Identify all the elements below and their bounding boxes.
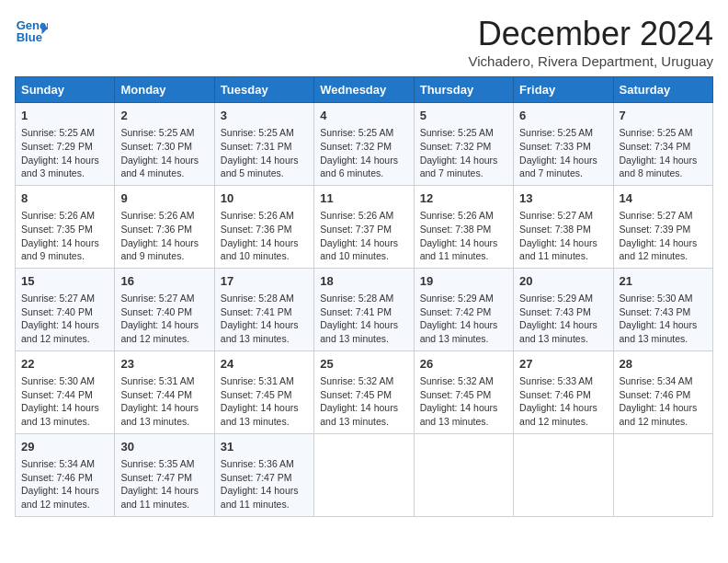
day-number: 31: [221, 439, 308, 455]
day-number: 16: [120, 273, 208, 290]
sunrise-text: Sunrise: 5:25 AM: [120, 127, 194, 138]
weekday-header-sunday: Sunday: [16, 77, 115, 103]
sunset-text: Sunset: 7:32 PM: [320, 141, 392, 152]
daylight-text: Daylight: 14 hours and 12 minutes.: [120, 319, 199, 344]
day-number: 6: [519, 108, 607, 124]
day-number: 1: [21, 108, 108, 124]
calendar-cell: 5Sunrise: 5:25 AMSunset: 7:32 PMDaylight…: [414, 103, 513, 186]
sunrise-text: Sunrise: 5:26 AM: [320, 210, 393, 221]
daylight-text: Daylight: 14 hours and 6 minutes.: [320, 155, 398, 179]
daylight-text: Daylight: 14 hours and 7 minutes.: [420, 155, 498, 179]
sunrise-text: Sunrise: 5:35 AM: [120, 458, 194, 469]
day-number: 14: [620, 190, 707, 207]
calendar-cell: 21Sunrise: 5:30 AMSunset: 7:43 PMDayligh…: [613, 268, 712, 350]
calendar-body: 1Sunrise: 5:25 AMSunset: 7:29 PMDaylight…: [16, 103, 713, 517]
calendar-cell: 10Sunrise: 5:26 AMSunset: 7:36 PMDayligh…: [214, 185, 313, 268]
calendar-cell: 3Sunrise: 5:25 AMSunset: 7:31 PMDaylight…: [214, 103, 313, 186]
day-number: 19: [420, 273, 507, 290]
sunrise-text: Sunrise: 5:31 AM: [120, 375, 194, 386]
calendar-cell: 11Sunrise: 5:26 AMSunset: 7:37 PMDayligh…: [314, 185, 414, 268]
calendar-cell: 20Sunrise: 5:29 AMSunset: 7:43 PMDayligh…: [514, 268, 613, 350]
sunset-text: Sunset: 7:41 PM: [320, 306, 392, 317]
daylight-text: Daylight: 14 hours and 13 minutes.: [320, 402, 398, 427]
sunset-text: Sunset: 7:41 PM: [221, 306, 292, 317]
calendar-cell: 4Sunrise: 5:25 AMSunset: 7:32 PMDaylight…: [314, 103, 414, 186]
daylight-text: Daylight: 14 hours and 4 minutes.: [120, 155, 199, 179]
day-number: 27: [519, 356, 607, 373]
day-number: 29: [21, 439, 108, 455]
sunset-text: Sunset: 7:46 PM: [519, 389, 591, 400]
day-number: 2: [120, 108, 208, 124]
sunrise-text: Sunrise: 5:26 AM: [420, 210, 494, 221]
day-number: 30: [120, 439, 208, 455]
calendar-cell: 29Sunrise: 5:34 AMSunset: 7:46 PMDayligh…: [16, 433, 115, 516]
title-block: December 2024 Vichadero, Rivera Departme…: [468, 15, 713, 69]
calendar-cell: 19Sunrise: 5:29 AMSunset: 7:42 PMDayligh…: [414, 268, 513, 350]
day-number: 5: [420, 108, 507, 124]
day-number: 26: [420, 356, 507, 373]
calendar-cell: [414, 433, 513, 516]
weekday-header-friday: Friday: [514, 77, 613, 103]
sunset-text: Sunset: 7:34 PM: [620, 141, 691, 152]
sunset-text: Sunset: 7:33 PM: [519, 141, 591, 152]
day-number: 13: [519, 190, 607, 207]
calendar-cell: 6Sunrise: 5:25 AMSunset: 7:33 PMDaylight…: [514, 103, 613, 186]
daylight-text: Daylight: 14 hours and 5 minutes.: [221, 155, 299, 179]
daylight-text: Daylight: 14 hours and 13 minutes.: [21, 402, 99, 427]
sunrise-text: Sunrise: 5:36 AM: [221, 458, 294, 469]
daylight-text: Daylight: 14 hours and 11 minutes.: [420, 237, 498, 262]
day-number: 17: [221, 273, 308, 290]
calendar-week-4: 22Sunrise: 5:30 AMSunset: 7:44 PMDayligh…: [16, 350, 713, 433]
day-number: 7: [620, 108, 707, 124]
calendar-cell: 9Sunrise: 5:26 AMSunset: 7:36 PMDaylight…: [115, 185, 214, 268]
sunrise-text: Sunrise: 5:30 AM: [620, 293, 693, 304]
sunset-text: Sunset: 7:38 PM: [420, 224, 492, 235]
weekday-header-wednesday: Wednesday: [314, 77, 414, 103]
calendar-cell: 15Sunrise: 5:27 AMSunset: 7:40 PMDayligh…: [16, 268, 115, 350]
calendar-cell: 1Sunrise: 5:25 AMSunset: 7:29 PMDaylight…: [16, 103, 115, 186]
sunrise-text: Sunrise: 5:27 AM: [620, 210, 693, 221]
daylight-text: Daylight: 14 hours and 13 minutes.: [420, 319, 498, 344]
daylight-text: Daylight: 14 hours and 12 minutes.: [21, 319, 99, 344]
daylight-text: Daylight: 14 hours and 9 minutes.: [21, 237, 99, 262]
sunrise-text: Sunrise: 5:25 AM: [620, 127, 693, 138]
daylight-text: Daylight: 14 hours and 9 minutes.: [120, 237, 199, 262]
sunrise-text: Sunrise: 5:25 AM: [21, 127, 95, 138]
calendar-cell: 2Sunrise: 5:25 AMSunset: 7:30 PMDaylight…: [115, 103, 214, 186]
day-number: 28: [620, 356, 707, 373]
sunset-text: Sunset: 7:40 PM: [120, 306, 192, 317]
sunrise-text: Sunrise: 5:34 AM: [21, 458, 95, 469]
sunset-text: Sunset: 7:43 PM: [620, 306, 691, 317]
calendar-cell: 26Sunrise: 5:32 AMSunset: 7:45 PMDayligh…: [414, 350, 513, 433]
calendar-cell: 18Sunrise: 5:28 AMSunset: 7:41 PMDayligh…: [314, 268, 414, 350]
day-number: 18: [320, 273, 407, 290]
day-number: 25: [320, 356, 407, 373]
day-number: 3: [221, 108, 308, 124]
daylight-text: Daylight: 14 hours and 11 minutes.: [519, 237, 597, 262]
daylight-text: Daylight: 14 hours and 10 minutes.: [221, 237, 299, 262]
sunset-text: Sunset: 7:44 PM: [21, 389, 93, 400]
calendar-title: December 2024: [468, 15, 713, 53]
sunset-text: Sunset: 7:45 PM: [420, 389, 492, 400]
daylight-text: Daylight: 14 hours and 13 minutes.: [420, 402, 498, 427]
sunrise-text: Sunrise: 5:33 AM: [519, 375, 593, 386]
sunset-text: Sunset: 7:30 PM: [120, 141, 192, 152]
sunrise-text: Sunrise: 5:28 AM: [221, 293, 294, 304]
daylight-text: Daylight: 14 hours and 13 minutes.: [519, 319, 597, 344]
sunrise-text: Sunrise: 5:27 AM: [21, 293, 95, 304]
calendar-subtitle: Vichadero, Rivera Department, Uruguay: [468, 53, 713, 69]
sunrise-text: Sunrise: 5:32 AM: [420, 375, 494, 386]
calendar-table: SundayMondayTuesdayWednesdayThursdayFrid…: [15, 76, 713, 517]
weekday-header-thursday: Thursday: [414, 77, 513, 103]
calendar-cell: 14Sunrise: 5:27 AMSunset: 7:39 PMDayligh…: [613, 185, 712, 268]
calendar-cell: 22Sunrise: 5:30 AMSunset: 7:44 PMDayligh…: [16, 350, 115, 433]
sunset-text: Sunset: 7:32 PM: [420, 141, 492, 152]
daylight-text: Daylight: 14 hours and 12 minutes.: [519, 402, 597, 427]
sunrise-text: Sunrise: 5:34 AM: [620, 375, 693, 386]
daylight-text: Daylight: 14 hours and 12 minutes.: [620, 402, 698, 427]
sunset-text: Sunset: 7:44 PM: [120, 389, 192, 400]
weekday-header-saturday: Saturday: [613, 77, 712, 103]
calendar-cell: 31Sunrise: 5:36 AMSunset: 7:47 PMDayligh…: [214, 433, 313, 516]
sunrise-text: Sunrise: 5:27 AM: [519, 210, 593, 221]
calendar-cell: 28Sunrise: 5:34 AMSunset: 7:46 PMDayligh…: [613, 350, 712, 433]
